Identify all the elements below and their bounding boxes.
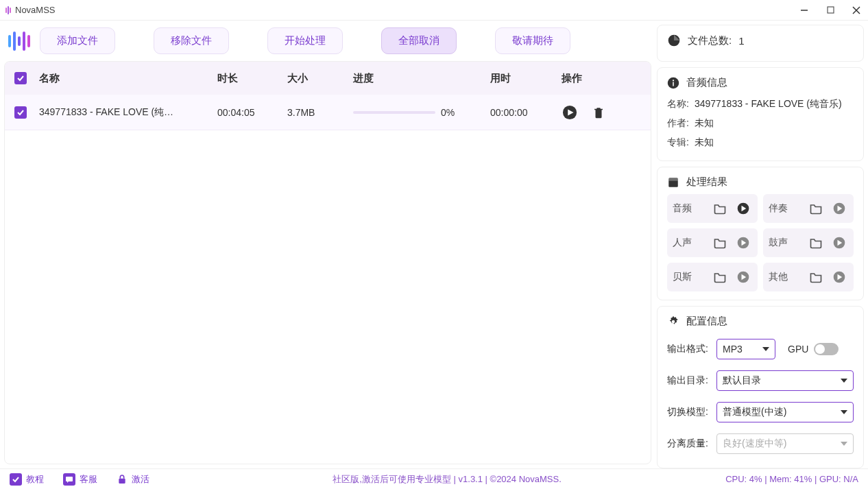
results-icon — [667, 176, 679, 189]
activate-link[interactable]: 激活 — [117, 473, 149, 486]
chevron-down-icon — [841, 379, 847, 383]
svg-rect-30 — [12, 475, 20, 484]
result-item-2: 人声 — [667, 228, 758, 257]
play-button[interactable] — [562, 104, 578, 121]
play-result-button[interactable] — [734, 268, 752, 286]
audio-info-title: 音频信息 — [686, 76, 727, 89]
results-card: 处理结果 音频伴奏人声鼓声贝斯其他 — [657, 167, 864, 300]
delete-button[interactable] — [590, 104, 607, 121]
svg-marker-27 — [841, 379, 847, 383]
audio-author-label: 作者: — [667, 117, 689, 130]
gpu-label: GPU — [788, 344, 808, 355]
model-label: 切换模型: — [667, 406, 711, 418]
file-table: 名称 时长 大小 进度 用时 操作 349771833 - FAKE LOVE … — [4, 61, 651, 464]
support-link[interactable]: 客服 — [63, 473, 97, 486]
toolbar: 添加文件 移除文件 开始处理 全部取消 敬请期待 — [4, 25, 651, 57]
coming-soon-button[interactable]: 敬请期待 — [495, 27, 570, 54]
info-icon — [667, 77, 679, 89]
svg-rect-11 — [668, 178, 678, 181]
play-result-button[interactable] — [830, 200, 848, 217]
folder-button[interactable] — [807, 268, 825, 286]
remove-file-button[interactable]: 移除文件 — [154, 27, 229, 54]
wave-icon — [8, 32, 30, 51]
footer-stats: CPU: 4% | Mem: 41% | GPU: N/A — [725, 474, 858, 484]
result-label: 伴奏 — [769, 202, 788, 215]
out-format-label: 输出格式: — [667, 343, 711, 355]
results-title: 处理结果 — [686, 176, 727, 189]
tutorial-icon — [10, 473, 22, 486]
result-item-4: 贝斯 — [667, 263, 758, 291]
config-title: 配置信息 — [686, 315, 727, 328]
folder-button[interactable] — [807, 234, 825, 252]
svg-rect-8 — [673, 82, 674, 86]
chevron-down-icon — [841, 442, 847, 446]
start-process-button[interactable]: 开始处理 — [267, 27, 343, 54]
result-label: 人声 — [673, 237, 692, 249]
cancel-all-button[interactable]: 全部取消 — [381, 27, 457, 54]
close-button[interactable] — [850, 4, 863, 16]
file-count-label: 文件总数: — [688, 34, 732, 47]
row-duration: 00:04:05 — [217, 107, 287, 118]
out-format-select[interactable]: MP3 — [716, 339, 775, 359]
chat-icon — [63, 473, 75, 486]
add-file-button[interactable]: 添加文件 — [40, 27, 115, 54]
svg-point-25 — [672, 320, 675, 323]
result-label: 贝斯 — [673, 271, 692, 283]
result-item-0: 音频 — [667, 194, 758, 223]
footer-center-text: 社区版,激活后可使用专业模型 | v1.3.1 | ©2024 NovaMSS. — [169, 473, 725, 486]
table-header: 名称 时长 大小 进度 用时 操作 — [5, 62, 651, 95]
play-result-button[interactable] — [830, 268, 848, 286]
col-name: 名称 — [39, 72, 217, 85]
row-size: 3.7MB — [287, 107, 353, 118]
folder-button[interactable] — [711, 234, 729, 252]
file-count-card: 文件总数: 1 — [657, 25, 864, 62]
result-label: 音频 — [673, 202, 692, 215]
audio-name-label: 名称: — [667, 98, 689, 110]
svg-rect-33 — [119, 478, 125, 483]
result-label: 鼓声 — [769, 237, 788, 249]
result-item-5: 其他 — [763, 263, 854, 291]
play-result-button[interactable] — [734, 234, 752, 252]
row-checkbox[interactable] — [14, 106, 27, 119]
row-time: 00:00:00 — [490, 107, 562, 118]
footer: 教程 客服 激活 社区版,激活后可使用专业模型 | v1.3.1 | ©2024… — [0, 468, 868, 489]
col-duration: 时长 — [217, 72, 287, 85]
folder-button[interactable] — [807, 200, 825, 217]
minimize-button[interactable] — [798, 4, 810, 16]
col-time: 用时 — [490, 72, 562, 85]
col-size: 大小 — [287, 72, 353, 85]
maximize-button[interactable] — [824, 4, 836, 16]
app-title: NovaMSS — [15, 5, 56, 15]
svg-point-9 — [673, 80, 674, 81]
out-dir-select[interactable]: 默认目录 — [716, 370, 854, 391]
table-row[interactable]: 349771833 - FAKE LOVE (纯… 00:04:05 3.7MB… — [5, 95, 651, 130]
svg-rect-1 — [828, 7, 834, 13]
play-result-button[interactable] — [830, 234, 848, 252]
quality-select[interactable]: 良好(速度中等) — [716, 433, 854, 454]
model-select[interactable]: 普通模型(中速) — [716, 402, 854, 422]
select-all-checkbox[interactable] — [14, 72, 27, 84]
audio-album: 未知 — [695, 136, 714, 149]
svg-marker-26 — [762, 347, 769, 351]
progress-bar — [353, 111, 435, 114]
result-item-1: 伴奏 — [763, 194, 854, 223]
chevron-down-icon — [762, 347, 769, 351]
tutorial-link[interactable]: 教程 — [10, 473, 44, 486]
play-result-button[interactable] — [734, 200, 752, 217]
pie-icon — [667, 34, 681, 47]
folder-button[interactable] — [711, 200, 729, 217]
folder-button[interactable] — [711, 268, 729, 286]
audio-name: 349771833 - FAKE LOVE (纯音乐) — [695, 98, 842, 110]
progress-text: 0% — [441, 107, 455, 118]
audio-author: 未知 — [695, 117, 714, 130]
app-logo-icon — [5, 6, 11, 14]
lock-icon — [117, 474, 128, 485]
result-item-3: 鼓声 — [763, 228, 854, 257]
audio-album-label: 专辑: — [667, 136, 689, 149]
config-card: 配置信息 输出格式: MP3 GPU 输出目录: 默认目录 切换模型: 普通模型… — [657, 306, 864, 468]
audio-info-card: 音频信息 名称:349771833 - FAKE LOVE (纯音乐) 作者:未… — [657, 67, 864, 161]
quality-label: 分离质量: — [667, 438, 711, 450]
gpu-toggle[interactable] — [814, 343, 839, 355]
svg-marker-28 — [841, 410, 847, 414]
col-progress: 进度 — [353, 72, 490, 85]
